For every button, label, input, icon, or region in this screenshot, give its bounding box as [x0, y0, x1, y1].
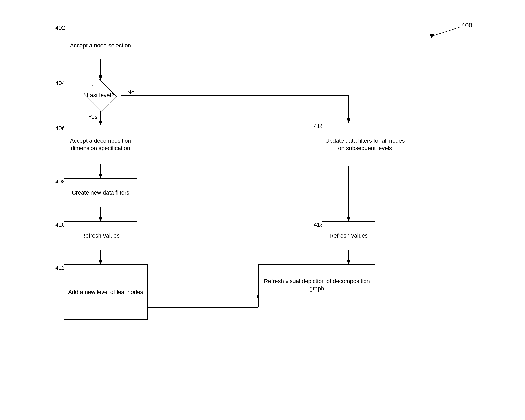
node-412: Add a new level of leaf nodes — [64, 265, 148, 320]
node-404: Last level? — [80, 80, 121, 111]
node-408: Create new data filters — [64, 178, 137, 207]
svg-line-12 — [433, 27, 461, 36]
label-no: No — [127, 89, 134, 96]
node-402: Accept a node selection — [64, 32, 137, 59]
ref-404: 404 — [55, 80, 65, 86]
node-406: Accept a decomposition dimension specifi… — [64, 125, 137, 164]
node-416: Update data filters for all nodes on sub… — [322, 123, 408, 166]
title-arrow — [420, 23, 472, 39]
node-410: Refresh values — [64, 221, 137, 250]
arrows-layer — [0, 0, 525, 420]
flowchart-diagram: 402 Accept a node selection 404 Last lev… — [0, 0, 525, 420]
svg-marker-13 — [430, 35, 434, 38]
label-yes: Yes — [88, 114, 98, 120]
node-418: Refresh values — [322, 221, 375, 250]
ref-402: 402 — [55, 25, 65, 31]
node-414: Refresh visual depiction of decompositio… — [258, 265, 375, 305]
